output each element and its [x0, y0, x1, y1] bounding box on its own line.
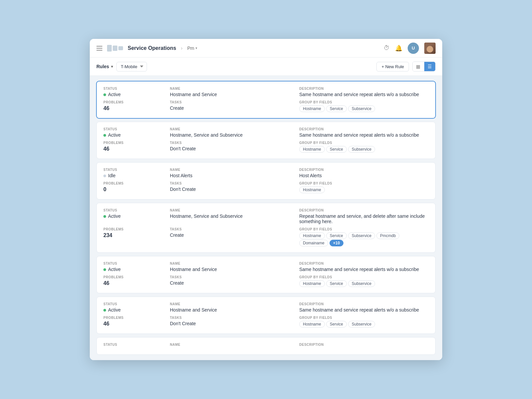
tasks-value: Don't Create [170, 321, 299, 326]
group-tag: Hostname [299, 321, 325, 328]
tasks-value: Create [170, 232, 299, 238]
group-header: GROUP BY FIELDS [299, 100, 429, 104]
rule-group-col: GROUP BY FIELDS HostnameServiceSubservic… [299, 100, 429, 113]
rules-dropdown-button[interactable]: Rules ▾ [96, 64, 113, 69]
rule-status-col: STATUS Active [103, 87, 170, 97]
rule-status-col: STATUS Idle [103, 168, 170, 178]
rule-card[interactable]: STATUS Active NAME Hostname and Service … [96, 256, 436, 293]
rule-group-col: GROUP BY FIELDS HostnameServiceSubservic… [299, 141, 429, 153]
rule-card[interactable]: STATUS Active NAME Hostname and Service … [96, 81, 436, 118]
problems-header: PROBLEMS [103, 100, 170, 104]
group-tag: Hostname [299, 232, 325, 239]
desc-value: Host Alerts [299, 173, 429, 178]
history-icon[interactable]: ⏱ [384, 45, 390, 52]
group-header: GROUP BY FIELDS [299, 141, 429, 145]
group-header: GROUP BY FIELDS [299, 182, 429, 185]
list-icon: ☰ [428, 64, 432, 69]
rules-chevron: ▾ [111, 65, 113, 69]
problems-value: 46 [103, 280, 170, 286]
rule-group-col: GROUP BY FIELDS HostnameServiceSubservic… [299, 316, 429, 328]
status-label-header: STATUS [103, 343, 170, 346]
view-toggle: ▦ ☰ [412, 62, 436, 71]
tasks-header: TASKS [170, 182, 299, 185]
rule-name-col: NAME Hostname, Service and Subservice [170, 127, 299, 138]
rules-label: Rules [96, 64, 109, 69]
rule-status-cell: STATUS [103, 343, 170, 348]
name-value: Hostname and Service [170, 92, 299, 97]
rule-card[interactable]: STATUS Idle NAME Host Alerts DESCRIPTION… [96, 162, 436, 200]
group-tag: Subservice [348, 321, 375, 328]
rule-problems-col: PROBLEMS 46 [103, 100, 170, 113]
problems-value: 46 [103, 105, 170, 111]
status-indicator [103, 215, 106, 218]
group-tag: Service [326, 280, 347, 287]
status-header: STATUS [103, 208, 170, 212]
status-value: Active [103, 267, 170, 272]
desc-header: DESCRIPTION [299, 208, 429, 212]
rule-name-col: NAME Hostname, Service and Subservice [170, 208, 299, 224]
rule-card[interactable]: STATUS Active NAME Hostname and Service … [96, 297, 436, 334]
name-value: Hostname, Service and Subservice [170, 213, 299, 219]
name-header: NAME [170, 168, 299, 172]
rule-status-col: STATUS Active [103, 208, 170, 224]
name-header: NAME [170, 127, 299, 131]
group-tag: Subservice [348, 146, 375, 153]
name-header: NAME [170, 208, 299, 212]
name-header: NAME [170, 302, 299, 306]
problems-value: 0 [103, 187, 170, 193]
view-list-button[interactable]: ☰ [424, 62, 435, 71]
rule-name-col: NAME Hostname and Service [170, 262, 299, 272]
rule-name-col: NAME Host Alerts [170, 168, 299, 178]
rule-group-col: GROUP BY FIELDS HostnameServiceSubservic… [299, 275, 429, 288]
rule-card[interactable]: STATUS Active NAME Hostname, Service and… [96, 122, 436, 159]
tasks-header: TASKS [170, 100, 299, 104]
rule-status-col: STATUS Active [103, 262, 170, 272]
tasks-header: TASKS [170, 316, 299, 320]
tasks-header: TASKS [170, 227, 299, 231]
name-label-header: NAME [170, 343, 299, 346]
status-header: STATUS [103, 87, 170, 90]
problems-value: 46 [103, 321, 170, 327]
pm-dropdown[interactable]: Pm ▾ [187, 46, 197, 51]
rule-group-col: GROUP BY FIELDS HostnameServiceSubservic… [299, 227, 429, 247]
group-tag: Service [326, 321, 347, 328]
avatar[interactable]: U [408, 43, 419, 54]
desc-value: Same hostname and service repeat alerts … [299, 92, 429, 97]
rule-card[interactable]: STATUS NAME DESCRIPTION [96, 337, 436, 355]
header: Service Operations › Pm ▾ ⏱ 🔔 U [90, 39, 442, 58]
rule-status-col: STATUS Active [103, 127, 170, 138]
group-tag: Hostname [299, 280, 325, 287]
name-header: NAME [170, 87, 299, 90]
menu-icon[interactable] [96, 46, 102, 51]
view-grid-button[interactable]: ▦ [413, 62, 424, 71]
group-tags: HostnameServiceSubservice [299, 280, 429, 288]
notification-icon[interactable]: 🔔 [395, 45, 402, 52]
group-tags: Hostname [299, 187, 429, 194]
rule-problems-col: PROBLEMS 46 [103, 141, 170, 153]
tasks-value: Don't Create [170, 187, 299, 192]
group-tags: HostnameServiceSubservicePmcmdbDomainame… [299, 232, 429, 247]
extra-tags-count: +10 [330, 240, 343, 246]
problems-header: PROBLEMS [103, 182, 170, 185]
group-header: GROUP BY FIELDS [299, 227, 429, 231]
main-window: Service Operations › Pm ▾ ⏱ 🔔 U Rules ▾ … [90, 39, 442, 360]
desc-header: DESCRIPTION [299, 168, 429, 172]
user-photo[interactable] [424, 43, 436, 54]
problems-header: PROBLEMS [103, 227, 170, 231]
new-rule-button[interactable]: + New Rule [376, 62, 409, 71]
rule-card[interactable]: STATUS Active NAME Hostname, Service and… [96, 203, 436, 253]
name-header: NAME [170, 262, 299, 265]
group-tags: HostnameServiceSubservice [299, 146, 429, 153]
group-tag: Domainame [299, 240, 328, 246]
status-header: STATUS [103, 168, 170, 172]
group-tag: Subservice [348, 105, 375, 112]
client-select[interactable]: T-Mobile AT&T Verizon [116, 62, 147, 71]
rule-desc-col: DESCRIPTION Same hostname and service re… [299, 302, 429, 313]
tasks-header: TASKS [170, 141, 299, 145]
status-value: Active [103, 92, 170, 97]
group-tag: Pmcmdb [376, 232, 399, 239]
rule-desc-col: DESCRIPTION Same hostname and service re… [299, 262, 429, 272]
name-value: Hostname and Service [170, 267, 299, 272]
rule-problems-col: PROBLEMS 46 [103, 275, 170, 288]
rule-desc-cell: DESCRIPTION [299, 343, 429, 348]
